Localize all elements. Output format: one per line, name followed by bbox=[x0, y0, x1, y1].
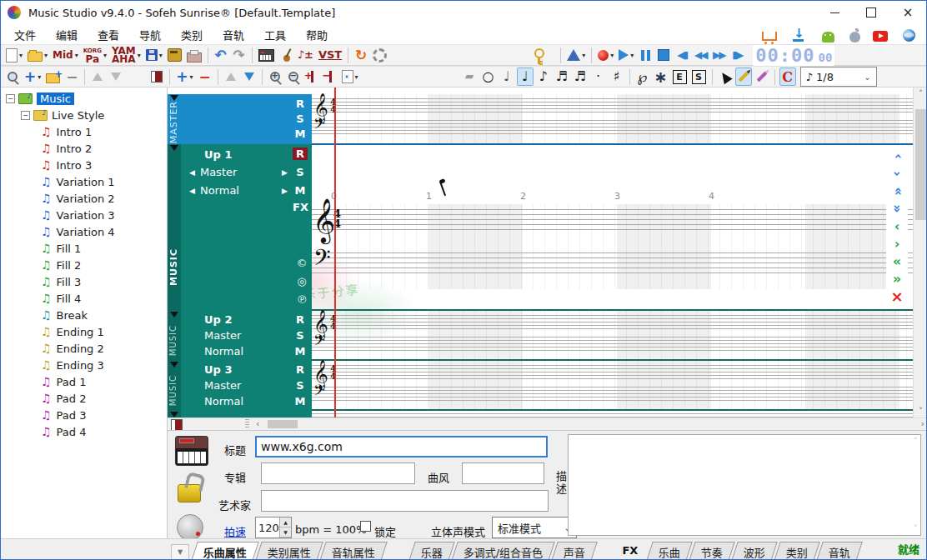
menu-item[interactable]: 音轨 bbox=[213, 27, 254, 42]
collapse-track-icon[interactable] bbox=[170, 145, 178, 151]
tree-item[interactable]: ♫ Variation 1 bbox=[1, 173, 167, 190]
preset-selector[interactable]: ◀ Master ▶ bbox=[189, 166, 288, 178]
tree-item[interactable]: ♫ Intro 2 bbox=[1, 140, 167, 157]
record-toggle[interactable]: R bbox=[293, 313, 308, 326]
genre-input[interactable] bbox=[462, 462, 544, 484]
tempo-link[interactable]: 拍速 bbox=[224, 523, 246, 539]
collapse-icon[interactable]: − bbox=[6, 94, 15, 103]
tree-item[interactable]: ♫ Variation 4 bbox=[1, 223, 167, 240]
track-header[interactable]: MUSIC Up 2 Master Normal R S M bbox=[168, 311, 312, 361]
tree-item[interactable]: ♫ Pad 2 bbox=[1, 390, 167, 407]
redo-button[interactable]: ↷ bbox=[231, 46, 248, 64]
note-sharp-button[interactable]: ♯ bbox=[609, 68, 625, 86]
unlocked-padlock-icon[interactable] bbox=[178, 484, 201, 502]
lock-checkbox[interactable] bbox=[360, 521, 371, 532]
next-arrow-icon[interactable]: ▶ bbox=[282, 187, 288, 195]
bottom-tab[interactable]: 类别属性 bbox=[255, 542, 323, 560]
bottom-tab[interactable]: 乐曲属性 bbox=[191, 542, 258, 560]
korg-pa-button[interactable]: KORGPa▾ bbox=[82, 46, 108, 64]
android-icon[interactable] bbox=[822, 32, 834, 42]
fast-forward-button[interactable]: ▶▶ bbox=[710, 46, 727, 64]
play-button[interactable]: ▾ bbox=[617, 46, 635, 64]
playhead-line[interactable] bbox=[334, 88, 336, 418]
save-button[interactable]: ▾ bbox=[144, 46, 164, 64]
artist-input[interactable] bbox=[261, 490, 549, 512]
print-button[interactable] bbox=[185, 46, 203, 64]
tab-list-dropdown[interactable]: ▼ bbox=[171, 544, 189, 560]
stop-button[interactable] bbox=[655, 46, 672, 64]
find-button[interactable] bbox=[4, 68, 21, 86]
move-first-button[interactable]: « bbox=[893, 254, 901, 268]
refresh-button[interactable]: ↻ bbox=[353, 46, 369, 64]
minimize-button[interactable] bbox=[816, 1, 853, 24]
delete-button[interactable]: × bbox=[890, 289, 903, 303]
solo-toggle[interactable]: S bbox=[293, 379, 308, 392]
add-folder-button[interactable] bbox=[44, 68, 62, 86]
tree-item[interactable]: ♫ Pad 1 bbox=[1, 373, 167, 390]
next-arrow-icon[interactable]: ▶ bbox=[282, 168, 288, 177]
move-left-button[interactable]: ‹ bbox=[894, 219, 900, 233]
pause-button[interactable] bbox=[637, 46, 654, 64]
menu-item[interactable]: 查看 bbox=[88, 27, 129, 42]
description-textarea[interactable]: ˄ ˅ bbox=[568, 434, 921, 536]
zoom-out-button[interactable] bbox=[285, 68, 302, 86]
delete-measure-button[interactable] bbox=[322, 68, 338, 86]
add-track-button[interactable]: +▾ bbox=[174, 68, 194, 86]
cart-icon[interactable] bbox=[762, 32, 777, 41]
bottom-tab[interactable]: 波形 bbox=[732, 542, 778, 560]
vertical-scroll-thumb[interactable] bbox=[915, 109, 926, 220]
mute-toggle[interactable]: M bbox=[293, 395, 308, 408]
pencil-tool-button[interactable] bbox=[735, 68, 752, 86]
up1-track-header[interactable]: MUSIC Up 1 ◀ Master ▶ ◀ Normal ▶ R S M F… bbox=[168, 144, 312, 311]
bottom-tab[interactable]: 音轨 bbox=[817, 542, 863, 560]
mute-toggle[interactable]: M bbox=[293, 128, 308, 140]
mute-toggle[interactable]: M bbox=[293, 345, 308, 358]
snap-magnet-button[interactable]: C bbox=[779, 68, 796, 86]
tab-fx[interactable]: FX bbox=[622, 544, 638, 557]
prev-arrow-icon[interactable]: ◀ bbox=[189, 168, 195, 177]
tree-item[interactable]: ♫ Variation 3 bbox=[1, 207, 167, 223]
track-header[interactable]: MUSIC Up 3 Master Normal R S M bbox=[168, 361, 312, 411]
page-preview-button[interactable]: ▾ bbox=[340, 68, 360, 86]
album-input[interactable] bbox=[261, 462, 415, 484]
tree-item[interactable]: ♫ Intro 3 bbox=[1, 157, 167, 173]
eraser-tool-button[interactable] bbox=[754, 68, 770, 86]
partial-track-header[interactable] bbox=[168, 411, 312, 418]
collapse-track-icon[interactable] bbox=[170, 312, 178, 318]
select-tool-button[interactable] bbox=[717, 68, 734, 86]
virtual-piano-button[interactable] bbox=[257, 46, 276, 64]
fx-button[interactable]: FX bbox=[293, 201, 308, 213]
menu-item[interactable]: 文件 bbox=[4, 27, 46, 42]
move-right-button[interactable]: › bbox=[894, 237, 900, 251]
new-file-button[interactable]: ▾ bbox=[4, 46, 24, 64]
bottom-tab[interactable]: 声音 bbox=[552, 542, 598, 560]
apple-icon[interactable] bbox=[849, 32, 860, 42]
note-dot-button[interactable]: · bbox=[590, 68, 607, 86]
keyboard-icon[interactable] bbox=[175, 436, 208, 466]
pedal-mark-button[interactable]: ℘ bbox=[634, 68, 651, 86]
move-top-button[interactable]: » bbox=[890, 187, 904, 195]
collapse-icon[interactable]: − bbox=[21, 111, 30, 120]
scroll-up-icon[interactable]: ˄ bbox=[914, 436, 919, 447]
tree-item[interactable]: ♫ Pad 3 bbox=[1, 407, 167, 423]
guitar-button[interactable] bbox=[278, 46, 294, 64]
bottom-tab[interactable]: 类别 bbox=[774, 542, 820, 560]
mute-toggle[interactable]: M bbox=[293, 184, 308, 197]
midi-button[interactable]: Mid▾ bbox=[51, 46, 80, 64]
splitter-handle[interactable] bbox=[245, 419, 249, 429]
title-input[interactable]: www.x6g.com bbox=[255, 436, 548, 458]
track-down-button[interactable] bbox=[241, 68, 258, 86]
move-up-button[interactable]: › bbox=[890, 153, 904, 159]
tree-item[interactable]: ♫ Pad 4 bbox=[1, 423, 167, 440]
tree-root-music[interactable]: − Music bbox=[1, 90, 167, 107]
menu-item[interactable]: 工具 bbox=[254, 27, 296, 42]
master-track-header[interactable]: MASTER R S M bbox=[168, 94, 312, 144]
maximize-button[interactable] bbox=[853, 1, 889, 24]
notation-area[interactable]: 小刀娱乐 乐于分享 𝄞 44 𝄢 01234 𝄞 44 𝄢 𝄞 44 𝄢 𝄞 4… bbox=[312, 88, 913, 418]
undo-button[interactable]: ↶ bbox=[213, 46, 229, 64]
record-toggle-active[interactable]: R bbox=[293, 148, 308, 160]
track-header-mini-icon[interactable] bbox=[171, 419, 183, 431]
record-toggle[interactable]: R bbox=[293, 363, 308, 376]
license-key-button[interactable] bbox=[531, 46, 548, 64]
move-last-button[interactable]: » bbox=[893, 272, 901, 286]
